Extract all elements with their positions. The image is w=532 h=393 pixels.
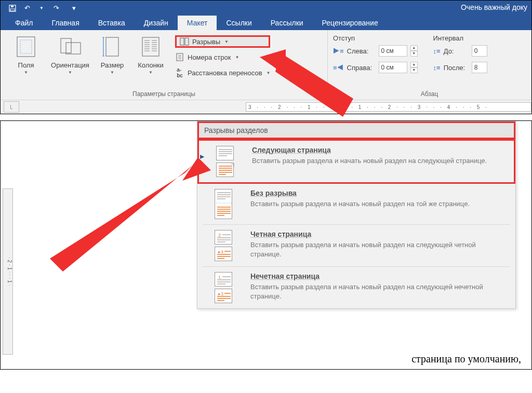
continuous-break-item[interactable]: Без разрыва Вставить разрыв раздела и на… — [197, 184, 515, 224]
spacing-before-field[interactable]: ↕≡ До: 0 — [433, 45, 487, 57]
breaks-button[interactable]: Разрывы ▼ — [175, 35, 270, 48]
document-title: Очень важный доку — [461, 3, 527, 11]
spacing-after-icon: ↕≡ — [433, 64, 441, 72]
svg-rect-4 — [20, 40, 32, 53]
hyphenation-button[interactable]: a-bc Расстановка переносов ▼ — [175, 66, 270, 79]
spinner-buttons[interactable]: ▲▼ — [410, 45, 418, 57]
spinner-buttons[interactable]: ▲▼ — [410, 62, 418, 73]
undo-icon[interactable]: ↶ — [21, 3, 33, 14]
even-page-break-item[interactable]: 2 ▸4 Четная страница Вставить разрыв раз… — [197, 225, 515, 266]
indent-header: Отступ — [333, 34, 418, 42]
spacing-header: Интервал — [433, 34, 487, 42]
qat-customize-icon[interactable]: ▾ — [68, 3, 79, 14]
next-page-icon — [206, 146, 244, 177]
next-page-break-item[interactable]: ▶ Следующая страница Вставить разрыв раз… — [197, 139, 515, 184]
margins-icon — [15, 35, 37, 58]
svg-rect-25 — [185, 38, 189, 45]
svg-text:▸3: ▸3 — [218, 291, 223, 296]
tab-file[interactable]: Файл — [6, 16, 42, 30]
ribbon: Поля ▼ Ориентация ▼ Размер — [1, 30, 531, 100]
document-body-text: страница по умолчанию, — [411, 353, 521, 365]
undo-dropdown-icon[interactable]: ▼ — [36, 3, 47, 14]
spacing-after-field[interactable]: ↕≡ После: 8 — [433, 62, 487, 73]
chevron-down-icon: ▼ — [235, 55, 239, 60]
horizontal-ruler[interactable]: 3 · · · 2 · · · 1 · · · · · · 1 · · · 2 … — [246, 102, 531, 112]
tab-review[interactable]: Рецензирование — [313, 16, 388, 30]
tab-mailings[interactable]: Рассылки — [261, 16, 313, 30]
chevron-down-icon: ▼ — [24, 70, 28, 75]
svg-text:1: 1 — [218, 275, 221, 280]
chevron-down-icon: ▼ — [224, 39, 229, 44]
tab-design[interactable]: Дизайн — [135, 16, 178, 30]
ribbon-tabs: Файл Главная Вставка Дизайн Макет Ссылки… — [1, 16, 531, 30]
tab-home[interactable]: Главная — [42, 16, 88, 30]
indent-right-field[interactable]: ≡⯇ Справа: 0 см ▲▼ — [333, 62, 418, 73]
chevron-down-icon: ▼ — [267, 71, 271, 75]
svg-text:2: 2 — [218, 233, 221, 238]
columns-button[interactable]: Колонки ▼ — [130, 33, 171, 88]
chevron-down-icon: ▼ — [149, 70, 153, 75]
size-button[interactable]: Размер ▼ — [94, 33, 130, 88]
columns-icon — [139, 35, 162, 58]
indent-right-icon: ≡⯇ — [333, 64, 344, 72]
ruler-row: L 3 · · · 2 · · · 1 · · · · · · 1 · · · … — [1, 100, 531, 114]
line-numbers-button[interactable]: Номера строк ▼ — [175, 51, 270, 63]
line-numbers-icon — [175, 52, 184, 62]
tab-selector[interactable]: L — [4, 101, 19, 113]
vertical-ruler[interactable]: · 2 · 1 · · · 1 · — [3, 188, 13, 355]
breaks-dropdown: Разрывы разделов ▶ Следующая страница Вс… — [197, 121, 516, 309]
svg-text:▸4: ▸4 — [218, 249, 223, 254]
spacing-before-icon: ↕≡ — [433, 47, 441, 55]
redo-icon[interactable]: ↷ — [50, 3, 62, 14]
odd-page-break-item[interactable]: 1 ▸3 Нечетная страница Вставить разрыв р… — [197, 267, 515, 308]
selection-indicator-icon: ▶ — [200, 153, 204, 160]
chevron-down-icon: ▼ — [110, 70, 114, 75]
page-setup-group-label: Параметры страницы — [6, 88, 322, 100]
svg-rect-7 — [106, 37, 118, 56]
orientation-button[interactable]: Ориентация ▼ — [46, 33, 94, 88]
chevron-down-icon: ▼ — [68, 70, 72, 75]
tab-insert[interactable]: Вставка — [89, 16, 135, 30]
save-icon[interactable] — [7, 3, 18, 14]
svg-rect-1 — [10, 9, 15, 11]
odd-page-icon: 1 ▸3 — [205, 272, 242, 303]
hyphenation-icon: a-bc — [175, 68, 184, 77]
indent-left-icon: ⯈≡ — [333, 47, 344, 55]
svg-rect-24 — [180, 38, 184, 45]
svg-rect-3 — [17, 37, 35, 57]
title-bar: ↶ ▼ ↷ ▾ Очень важный доку — [1, 1, 531, 16]
margins-button[interactable]: Поля ▼ — [6, 33, 46, 88]
svg-rect-6 — [66, 43, 81, 54]
tab-layout[interactable]: Макет — [178, 16, 217, 30]
section-breaks-header: Разрывы разделов — [197, 121, 515, 139]
continuous-icon — [205, 189, 242, 219]
paragraph-group-label: Абзац — [333, 88, 526, 100]
size-icon — [101, 35, 124, 58]
even-page-icon: 2 ▸4 — [205, 230, 242, 261]
annotation-arrow — [42, 142, 219, 287]
breaks-icon — [180, 37, 189, 46]
svg-marker-72 — [50, 165, 193, 272]
svg-rect-2 — [11, 6, 14, 7]
tab-references[interactable]: Ссылки — [217, 16, 261, 30]
orientation-icon — [59, 35, 82, 58]
indent-left-field[interactable]: ⯈≡ Слева: 0 см ▲▼ — [333, 45, 418, 57]
